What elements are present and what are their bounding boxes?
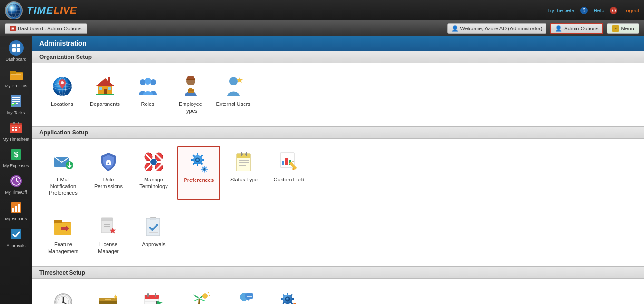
svg-point-78: [196, 158, 199, 161]
role-permissions-label: Role Permissions: [90, 176, 127, 190]
license-manager-label: License Manager: [90, 241, 127, 255]
svg-point-52: [140, 79, 146, 85]
svg-rect-25: [19, 127, 20, 128]
breadcrumb-icon: ▣: [10, 26, 16, 31]
timeoff-icon: [9, 173, 24, 189]
sidebar-item-tasks[interactable]: My Tasks: [1, 91, 31, 117]
work-types-item[interactable]: Work Types: [268, 286, 311, 304]
approvals-setup-item[interactable]: Approvals: [132, 210, 175, 259]
sidebar-item-dashboard[interactable]: Dashboard: [1, 38, 31, 64]
sidebar-item-reports[interactable]: My Reports: [1, 198, 31, 224]
svg-point-54: [145, 78, 151, 85]
svg-rect-59: [189, 88, 192, 90]
email-notification-item[interactable]: EMail Notification Preferences: [42, 146, 85, 201]
try-beta-link[interactable]: Try the beta: [546, 8, 574, 13]
logout-link[interactable]: Logout: [623, 8, 639, 13]
work-types-icon: [277, 290, 301, 304]
menu-button[interactable]: ≡ Menu: [607, 23, 639, 34]
preferences-item[interactable]: Preferences: [177, 146, 220, 201]
svg-point-61: [229, 77, 238, 86]
timesheet-period-types-item[interactable]: Timesheet Period Types: [42, 286, 85, 304]
svg-point-44: [61, 81, 64, 84]
sidebar-reports-label: My Reports: [5, 217, 27, 221]
status-type-item[interactable]: Status Type: [223, 146, 265, 201]
employee-types-item[interactable]: Employee Types: [170, 70, 211, 119]
breadcrumb-tab[interactable]: ▣ Dashboard : Admin Options: [5, 23, 87, 34]
sidebar-item-projects[interactable]: My Projects: [1, 65, 31, 91]
approvals-icon: [9, 227, 24, 242]
admin-icon: 👤: [555, 25, 562, 32]
svg-rect-5: [12, 44, 16, 48]
approvals-setup-label: Approvals: [142, 241, 166, 247]
status-type-label: Status Type: [230, 176, 258, 183]
locations-icon: [50, 75, 74, 98]
svg-rect-81: [237, 154, 250, 158]
time-entry-archive-item[interactable]: Time Entry Archive: [87, 286, 130, 304]
tasks-icon: [9, 94, 24, 109]
manage-terminology-icon: [142, 150, 166, 174]
svg-rect-12: [11, 74, 21, 75]
app-setup-section: Application Setup: [32, 126, 644, 266]
svg-rect-49: [108, 87, 111, 90]
org-setup-header: Organization Setup: [32, 51, 644, 63]
svg-rect-57: [187, 76, 194, 79]
external-users-label: External Users: [216, 101, 250, 107]
svg-rect-91: [285, 158, 288, 165]
locations-item[interactable]: Locations: [42, 70, 82, 119]
breadcrumb-right: 👤 Welcome, Azure AD (Administrator) 👤 Ad…: [447, 23, 639, 34]
svg-rect-128: [155, 293, 156, 297]
svg-rect-22: [18, 122, 19, 124]
svg-rect-126: [145, 295, 159, 299]
svg-point-116: [62, 301, 64, 303]
sidebar-dashboard-label: Dashboard: [5, 57, 26, 62]
sidebar: Dashboard My Projects My Tasks My Timesh…: [0, 36, 32, 304]
svg-point-88: [245, 153, 247, 155]
menu-label: Menu: [621, 26, 634, 31]
sidebar-item-expenses[interactable]: $ My Expenses: [1, 144, 31, 171]
manage-terminology-item[interactable]: Manage Terminology: [132, 146, 175, 201]
absence-type-item[interactable]: Absence Type: [223, 286, 265, 304]
svg-point-87: [241, 153, 243, 155]
help-icon: ?: [580, 7, 588, 14]
sidebar-timeoff-label: My TimeOff: [5, 190, 27, 195]
custom-field-item[interactable]: Custom Field: [268, 146, 311, 201]
svg-rect-90: [282, 161, 284, 165]
feature-management-icon: [51, 215, 75, 238]
departments-item[interactable]: Departments: [85, 70, 125, 119]
sidebar-item-timeoff[interactable]: My TimeOff: [1, 171, 31, 197]
breadcrumb-bar: ▣ Dashboard : Admin Options 👤 Welcome, A…: [0, 21, 644, 36]
roles-label: Roles: [141, 101, 154, 107]
sidebar-item-timesheet[interactable]: My Timesheet: [1, 118, 31, 144]
sidebar-item-approvals[interactable]: Approvals: [1, 224, 31, 250]
svg-rect-27: [15, 129, 17, 131]
main-layout: Dashboard My Projects My Tasks My Timesh…: [0, 36, 644, 304]
preferences-icon: [187, 151, 211, 174]
employee-types-icon: [179, 75, 203, 98]
admin-options-button[interactable]: 👤 Admin Options: [550, 23, 603, 34]
admin-header: Administration: [32, 36, 644, 51]
role-permissions-item[interactable]: Role Permissions: [87, 146, 130, 201]
svg-marker-46: [96, 78, 114, 86]
status-type-icon: [232, 150, 256, 174]
svg-rect-8: [17, 48, 20, 52]
menu-icon: ≡: [612, 25, 619, 32]
timesheet-setup-section: Timesheet Setup: [32, 266, 644, 304]
external-users-item[interactable]: External Users: [213, 70, 254, 119]
svg-point-79: [203, 168, 205, 170]
help-link[interactable]: Help: [594, 8, 605, 13]
svg-rect-127: [147, 293, 149, 297]
user-icon: 👤: [451, 25, 459, 32]
logo-area: TIMELIVE: [5, 1, 77, 19]
svg-rect-26: [12, 129, 14, 131]
svg-rect-123: [105, 299, 111, 300]
org-setup-grid: Locations: [32, 63, 644, 126]
holidays-item[interactable]: Holidays: [177, 286, 220, 304]
roles-item[interactable]: Roles: [127, 70, 168, 119]
feature-management-item[interactable]: Feature Management: [42, 210, 85, 259]
svg-rect-51: [96, 94, 114, 95]
license-manager-item[interactable]: License Manager: [87, 210, 130, 259]
holiday-types-item[interactable]: Holiday Types: [132, 286, 175, 304]
employee-types-label: Employee Types: [173, 101, 208, 114]
email-notification-label: EMail Notification Preferences: [45, 176, 82, 197]
svg-line-137: [208, 292, 209, 293]
